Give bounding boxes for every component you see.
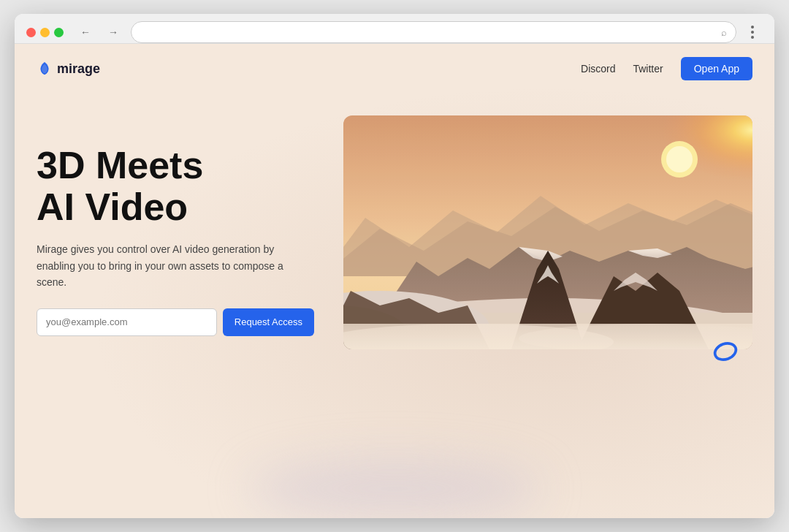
more-menu-button[interactable] [742,22,763,42]
address-bar-row: ⌕ [131,21,763,43]
traffic-lights [26,28,64,37]
browser-chrome: ← → ⌕ [15,14,774,44]
svg-rect-21 [343,115,752,349]
request-access-button[interactable]: Request Access [223,308,314,336]
nav-links: Discord Twitter Open App [581,57,752,80]
hero-image-container [343,115,752,379]
hero-image [343,115,752,349]
svg-point-22 [713,341,739,362]
hero-subtitle: Mirage gives you control over AI video g… [37,241,285,290]
maximize-button[interactable] [54,28,64,37]
bottom-blur [248,460,541,518]
address-bar[interactable]: ⌕ [131,21,736,43]
hero-left: 3D Meets AI Video Mirage gives you contr… [37,115,314,336]
twitter-link[interactable]: Twitter [633,63,663,75]
hero-title: 3D Meets AI Video [37,145,314,228]
open-app-button[interactable]: Open App [681,57,752,80]
dots-icon [751,26,754,39]
email-form: Request Access [37,308,314,336]
page-content: mirage Discord Twitter Open App 3D Meets… [15,44,774,518]
search-icon: ⌕ [721,27,727,38]
logo-link[interactable]: mirage [37,61,100,77]
forward-button[interactable]: → [103,22,123,42]
logo-text: mirage [57,61,100,77]
mountain-scene-svg [343,115,752,349]
hero-section: 3D Meets AI Video Mirage gives you contr… [15,94,774,379]
minimize-button[interactable] [40,28,50,37]
address-input[interactable] [140,27,717,38]
logo-icon [37,61,53,77]
back-button[interactable]: ← [75,22,96,42]
email-input[interactable] [37,308,217,336]
site-nav: mirage Discord Twitter Open App [15,44,774,94]
browser-window: ← → ⌕ m [15,14,774,518]
discord-link[interactable]: Discord [581,63,615,75]
close-button[interactable] [26,28,36,37]
image-watermark-icon [712,338,739,365]
browser-controls: ← → ⌕ [26,21,763,43]
